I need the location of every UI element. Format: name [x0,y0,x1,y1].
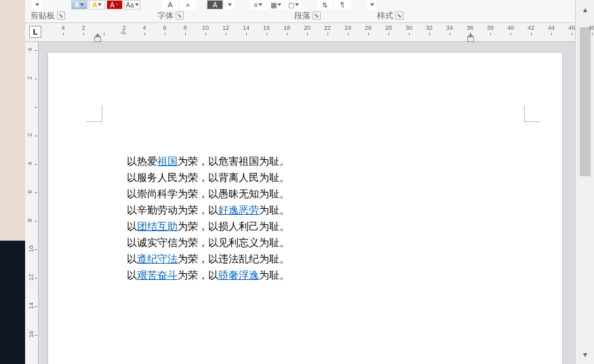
borders-button[interactable]: ▦ [268,0,284,9]
left-indent-marker[interactable] [94,37,101,42]
ruler-tick [246,33,247,35]
ruler-number: 42 [528,24,534,31]
ruler-tick [429,33,430,35]
ruler-number: 2 [81,24,85,31]
document-line[interactable]: 以热爱祖国为荣，以危害祖国为耻。 [127,153,521,169]
tab-selector-button[interactable]: L [29,26,41,38]
v-ruler-tick [35,221,37,222]
show-marks-button[interactable]: ¶ [334,0,351,9]
margin-corner-tr [524,106,540,122]
v-ruler-tick [35,193,37,193]
clear-format-button[interactable] [224,0,234,9]
ruler-number: 30 [405,24,412,31]
ruler-tick [185,33,186,35]
scrollbar-thumb[interactable] [580,27,591,176]
ruler-number: 36 [467,24,473,31]
ruler-number: 32 [426,24,433,31]
paragraph-dialog-launcher[interactable]: ⬊ [313,12,321,20]
ruler-number: 26 [365,24,372,31]
ruler-tick [348,33,349,35]
group-clipboard: 剪贴板⬊ [28,10,68,21]
hyperlink[interactable]: 艰苦奋斗 [137,270,178,281]
v-ruler-number: 2 [26,76,33,79]
document-line[interactable]: 以崇尚科学为荣，以愚昧无知为耻。 [127,186,521,202]
ruler-number: 14 [243,24,250,31]
hyperlink[interactable]: 祖国 [157,156,178,167]
change-case-button[interactable]: Aa [124,0,140,9]
highlight-color-button[interactable]: A [89,0,105,9]
ruler-tick [328,33,328,35]
ruler-tick [490,33,491,35]
ruler-number: 10 [202,24,209,31]
ruler-number: 12 [222,24,229,31]
ruler-tick [368,33,369,35]
ruler-tick [287,33,288,35]
ruler-number: 22 [324,24,331,31]
scroll-up-button[interactable]: ▴ [577,1,593,18]
hyperlink[interactable]: 好逸恶劳 [218,205,259,216]
ruler-number: 16 [263,24,270,31]
scroll-down-button[interactable]: ▾ [577,346,593,363]
ruler-tick [572,33,572,35]
document-line[interactable]: 以艰苦奋斗为荣，以骄奢浮逸为耻。 [127,267,521,283]
text-highlight-button[interactable]: A [207,0,223,9]
document-body[interactable]: 以热爱祖国为荣，以危害祖国为耻。以服务人民为荣，以背离人民为耻。以崇尚科学为荣，… [127,153,521,283]
ruler-number: 38 [487,24,494,31]
v-ruler-number: 4 [26,47,33,51]
paste-dropdown[interactable] [32,0,41,9]
ruler-tick [83,33,84,35]
ruler-number: 24 [344,24,351,31]
v-ruler-tick [35,249,37,250]
v-ruler-tick [35,50,37,51]
grow-font-button[interactable]: A [162,0,178,9]
ruler-tick [307,33,308,35]
ruler-number: 6 [163,24,166,31]
ruler-number: 4 [142,24,146,31]
font-dialog-launcher[interactable]: ⬊ [176,12,184,20]
v-ruler-tick [35,306,37,307]
ruler-tick [409,33,410,35]
horizontal-ruler[interactable]: L 42246810121416182022242628303234363840… [25,23,575,42]
hyperlink[interactable]: 遵纪守法 [137,254,178,264]
shading-button[interactable]: ▢ [285,0,302,9]
ruler-number: 28 [385,24,392,31]
sort-button[interactable]: ⇅ [317,0,333,9]
ruler-number: 34 [446,24,453,31]
v-ruler-tick [35,136,37,136]
v-ruler-number: 2 [26,133,33,136]
bullets-button[interactable]: ≡ [250,0,266,9]
font-style-button[interactable]: A [71,0,87,9]
hyperlink[interactable]: 团结互助 [137,221,178,232]
shrink-font-button[interactable]: A [180,0,196,9]
first-line-indent-marker[interactable] [120,30,127,34]
hyperlink[interactable]: 骄奢浮逸 [218,270,259,281]
right-indent-marker[interactable] [467,37,474,42]
vertical-scrollbar[interactable]: ▴ ▾ [575,0,594,364]
document-line[interactable]: 以诚实守信为荣，以见利忘义为耻。 [127,235,521,251]
editor-viewport: 42246810121416 以热爱祖国为荣，以危害祖国为耻。以服务人民为荣，以… [25,42,575,364]
v-ruler-number: 8 [26,218,33,222]
group-paragraph: 段落⬊ [292,10,323,21]
font-color-button[interactable]: A [106,0,123,9]
ribbon: A A A Aa A A A ≡ ▦ ▢ ⇅ ¶ 剪贴板⬊ 字体⬊ 段落⬊ 样式… [25,0,575,23]
vertical-ruler[interactable]: 42246810121416 [25,42,39,364]
document-line[interactable]: 以辛勤劳动为荣，以好逸恶劳为耻。 [127,202,521,218]
document-line[interactable]: 以团结互助为荣，以损人利己为耻。 [127,218,521,235]
ruler-tick [144,33,145,35]
ruler-number: 4 [61,24,64,31]
group-styles: 样式⬊ [374,10,406,21]
ruler-number: 40 [507,24,514,31]
styles-dropdown[interactable] [367,0,376,9]
ruler-number: 8 [183,24,186,31]
styles-dialog-launcher[interactable]: ⬊ [395,12,403,20]
v-ruler-tick [35,107,37,108]
margin-corner-tl [86,106,102,122]
ruler-number: 44 [548,24,555,31]
group-font: 字体⬊ [155,10,186,21]
clipboard-dialog-launcher[interactable]: ⬊ [57,12,65,20]
document-line[interactable]: 以服务人民为荣，以背离人民为耻。 [127,169,521,186]
ruler-tick [165,33,165,35]
document-page[interactable]: 以热爱祖国为荣，以危害祖国为耻。以服务人民为荣，以背离人民为耻。以崇尚科学为荣，… [48,53,562,364]
document-line[interactable]: 以遵纪守法为荣，以违法乱纪为耻。 [127,251,521,267]
v-ruler-tick [35,335,37,336]
